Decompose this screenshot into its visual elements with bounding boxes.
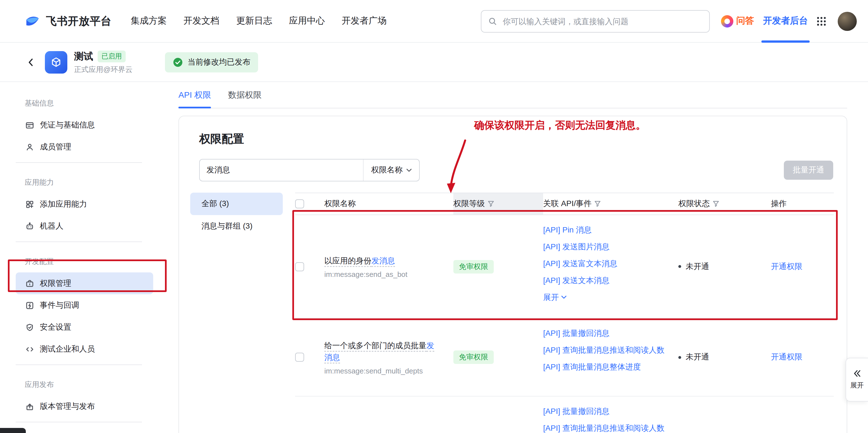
api-link[interactable]: [API] 发送富文本消息 xyxy=(543,258,670,269)
sidebar-item-add-capability[interactable]: 添加应用能力 xyxy=(16,193,153,215)
publish-box-icon xyxy=(25,402,34,411)
permission-row-send-as-bot: 以应用的身份发消息 im:message:send_as_bot 免审权限 [A… xyxy=(295,215,834,318)
api-link[interactable]: [API] 批量撤回消息 xyxy=(543,327,670,339)
api-link[interactable]: [API] 发送文本消息 xyxy=(543,275,670,286)
brand-name: 飞书开放平台 xyxy=(46,14,112,28)
api-link[interactable]: [API] 批量撤回消息 xyxy=(543,405,670,417)
code-brackets-icon xyxy=(25,345,34,353)
search-icon xyxy=(488,17,497,26)
sidebar-expand-widget[interactable]: 展开 xyxy=(845,358,868,402)
enabled-badge: 已启用 xyxy=(98,50,126,62)
api-link[interactable]: [API] 发送图片消息 xyxy=(543,241,670,253)
api-link[interactable]: [API] 查询批量消息推送和阅读人数 xyxy=(543,422,670,433)
page-title: 权限配置 xyxy=(199,131,833,147)
apps-grid-icon[interactable] xyxy=(816,16,827,26)
sidebar-item-test-org[interactable]: 测试企业和人员 xyxy=(16,338,153,360)
qa-icon xyxy=(721,15,733,27)
feishu-open-platform-console: 飞书开放平台 集成方案 开发文档 更新日志 应用中心 开发者广场 问答 开发者后… xyxy=(0,0,868,433)
status-dot xyxy=(678,265,681,268)
expand-apis-link[interactable]: 展开 xyxy=(543,291,670,303)
select-all-checkbox[interactable] xyxy=(295,199,304,208)
sidebar: 基础信息 凭证与基础信息 成员管理 应用能力 添加应用能力 机器人 开发配置 xyxy=(0,82,159,433)
filter-icon[interactable] xyxy=(594,201,601,207)
developer-console-link[interactable]: 开发者后台 xyxy=(763,0,808,42)
user-avatar[interactable] xyxy=(838,11,857,31)
col-header-status: 权限状态 xyxy=(678,193,771,214)
sidebar-item-members[interactable]: 成员管理 xyxy=(16,136,153,158)
chevron-down-icon xyxy=(406,168,411,172)
sidebar-item-events-callbacks[interactable]: 事件与回调 xyxy=(16,294,153,316)
app-meta: 测试 已启用 正式应用@环界云 xyxy=(74,50,132,75)
sidebar-item-security-settings[interactable]: 安全设置 xyxy=(16,316,153,338)
grant-permission-link[interactable]: 开通权限 xyxy=(771,261,802,270)
sidebar-section-basic-info: 基础信息 xyxy=(0,92,159,114)
sidebar-section-capability: 应用能力 xyxy=(0,171,159,193)
content: 基础信息 凭证与基础信息 成员管理 应用能力 添加应用能力 机器人 开发配置 xyxy=(0,82,868,433)
publish-status-text: 当前修改均已发布 xyxy=(187,57,250,67)
nav-item-app-center[interactable]: 应用中心 xyxy=(289,15,325,27)
tab-data-permission[interactable]: 数据权限 xyxy=(228,90,262,108)
bottom-left-cutoff-element xyxy=(0,428,26,433)
api-link[interactable]: [API] Pin 消息 xyxy=(543,224,670,236)
sidebar-item-robot[interactable]: 机器人 xyxy=(16,215,153,237)
api-link[interactable]: [API] 查询批量消息推送和阅读人数 xyxy=(543,344,670,356)
nav-item-integration[interactable]: 集成方案 xyxy=(131,15,167,27)
user-icon xyxy=(25,142,34,151)
filter-icon[interactable] xyxy=(488,201,494,207)
nav-menu: 集成方案 开发文档 更新日志 应用中心 开发者广场 xyxy=(131,15,386,27)
permission-search-input[interactable] xyxy=(200,166,363,175)
permission-name: 给一个或多个部门的成员批量发消息 xyxy=(324,340,436,363)
global-search-box[interactable] xyxy=(481,10,710,32)
col-header-level: 权限等级 xyxy=(453,193,543,214)
permission-code: im:message:send_multi_depts xyxy=(324,367,436,375)
app-header: 测试 已启用 正式应用@环界云 当前修改均已发布 xyxy=(0,43,868,82)
shield-icon xyxy=(25,323,34,331)
briefcase-lock-icon xyxy=(25,279,34,288)
global-search-input[interactable] xyxy=(502,16,703,26)
status-dot xyxy=(678,356,681,358)
permission-row-send-multi-users: 给多个用户批量发消息 [API] 批量撤回消息 [API] 查询批量消息推送和阅… xyxy=(295,397,834,433)
table-header-row: 权限名称 权限等级 关联 API/事件 权限状态 xyxy=(295,193,834,215)
app-name: 测试 xyxy=(74,50,93,63)
feishu-logo-icon xyxy=(25,13,40,29)
permission-search-group: 权限名称 xyxy=(199,159,420,181)
top-navbar: 飞书开放平台 集成方案 开发文档 更新日志 应用中心 开发者广场 问答 开发者后… xyxy=(0,0,868,43)
id-card-icon xyxy=(25,120,34,129)
sidebar-item-credentials[interactable]: 凭证与基础信息 xyxy=(16,114,153,136)
brand[interactable]: 飞书开放平台 xyxy=(25,13,112,29)
expand-widget-label: 展开 xyxy=(850,380,864,390)
permission-name-link[interactable]: 发消息 xyxy=(371,256,395,265)
nav-item-changelog[interactable]: 更新日志 xyxy=(236,15,272,27)
nav-item-dev-plaza[interactable]: 开发者广场 xyxy=(342,15,386,27)
nav-item-docs[interactable]: 开发文档 xyxy=(184,15,219,27)
tab-api-permission[interactable]: API 权限 xyxy=(179,90,211,108)
sidebar-section-release: 应用发布 xyxy=(0,373,159,395)
permission-table: 权限名称 权限等级 关联 API/事件 权限状态 xyxy=(295,193,834,433)
status-text: 未开通 xyxy=(686,352,709,362)
annotation-tip-text: 确保该权限开启，否则无法回复消息。 xyxy=(474,118,646,132)
sidebar-item-version-release[interactable]: 版本管理与发布 xyxy=(16,395,153,417)
row-checkbox[interactable] xyxy=(295,353,304,362)
double-chevron-left-icon xyxy=(853,369,861,377)
sidebar-item-permission-management[interactable]: 权限管理 xyxy=(16,272,153,294)
filter-icon[interactable] xyxy=(713,201,719,207)
grant-permission-link[interactable]: 开通权限 xyxy=(771,352,802,361)
app-icon xyxy=(45,51,67,73)
sidebar-divider xyxy=(0,365,159,373)
back-button[interactable] xyxy=(26,57,36,67)
row-checkbox[interactable] xyxy=(295,262,304,271)
search-field-select[interactable]: 权限名称 xyxy=(364,165,419,175)
col-header-action: 操作 xyxy=(771,193,834,214)
publish-status-pill: 当前修改均已发布 xyxy=(165,52,258,72)
batch-grant-button[interactable]: 批量开通 xyxy=(784,161,833,180)
api-link[interactable]: [API] 查询批量消息整体进度 xyxy=(543,361,670,373)
permission-code: im:message:send_as_bot xyxy=(324,270,436,278)
level-badge: 免审权限 xyxy=(453,260,494,273)
qa-link[interactable]: 问答 xyxy=(721,15,754,27)
category-all[interactable]: 全部 (3) xyxy=(190,193,283,215)
level-badge: 免审权限 xyxy=(453,350,494,364)
sidebar-divider xyxy=(0,162,159,171)
qa-label: 问答 xyxy=(736,15,754,27)
category-message-group[interactable]: 消息与群组 (3) xyxy=(190,215,283,237)
event-callback-icon xyxy=(25,301,34,310)
